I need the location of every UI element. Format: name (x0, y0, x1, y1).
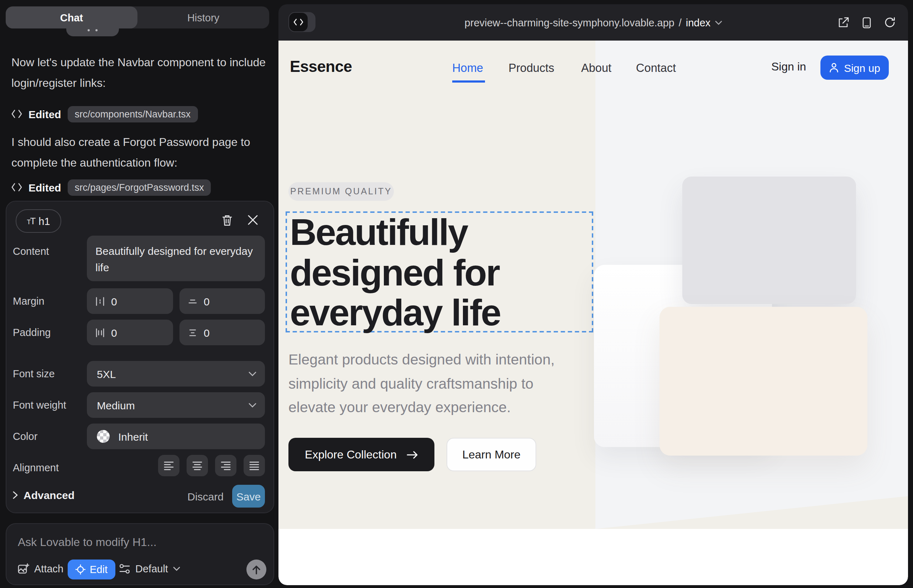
site-logo[interactable]: Essence (290, 58, 352, 76)
hero-paragraph-line: simplicity and quality craftsmanship to (288, 371, 555, 395)
padding-y-value: 0 (204, 326, 210, 339)
font-size-label: Font size (13, 368, 55, 380)
save-button[interactable]: Save (232, 485, 265, 507)
color-value: Inherit (118, 430, 148, 443)
chrome-actions (838, 4, 895, 40)
hero-heading[interactable]: Beautifully designed for everyday life (290, 212, 500, 333)
font-size-value: 5XL (97, 368, 116, 380)
hero-card-beige (659, 307, 868, 456)
align-justify-icon (249, 461, 259, 470)
element-inspector-panel: TT h1 Content Beautifully designed for e… (6, 201, 274, 513)
preview-browser: preview--charming-site-symphony.lovable.… (278, 4, 908, 585)
content-textarea[interactable]: Beautifully designed for everyday life (87, 236, 265, 281)
edited-file-row[interactable]: Edited src/components/Navbar.tsx (11, 105, 197, 123)
nav-link-products[interactable]: Products (508, 61, 554, 75)
chat-input[interactable]: Ask Lovable to modify H1... (18, 536, 157, 549)
target-icon (76, 564, 86, 575)
padding-vertical-icon (188, 328, 197, 337)
hero-heading-line: Beautifully (290, 212, 500, 252)
preview-url: preview--charming-site-symphony.lovable.… (465, 17, 674, 28)
mode-select[interactable]: Default (119, 563, 180, 575)
refresh-icon[interactable] (884, 17, 895, 28)
align-left-button[interactable] (158, 455, 180, 476)
explore-collection-button[interactable]: Explore Collection (288, 438, 434, 471)
element-tag-label: h1 (39, 215, 50, 227)
discard-button[interactable]: Discard (187, 491, 223, 502)
font-weight-label: Font weight (13, 399, 66, 411)
attach-label: Attach (34, 563, 63, 575)
chevron-down-icon (173, 567, 180, 571)
dot-icon (96, 29, 97, 31)
color-field[interactable]: Inherit (87, 423, 265, 449)
margin-horizontal-icon (96, 297, 105, 306)
delete-element-button[interactable] (219, 212, 236, 228)
explore-collection-label: Explore Collection (305, 448, 397, 461)
alignment-label: Alignment (13, 462, 59, 473)
mode-label: Default (135, 563, 168, 575)
tab-chat[interactable]: Chat (6, 6, 138, 29)
margin-x-value: 0 (111, 295, 117, 307)
advanced-toggle[interactable]: Advanced (13, 489, 74, 501)
chevron-down-icon (249, 402, 256, 407)
padding-horizontal-icon (96, 328, 105, 337)
file-path-chip[interactable]: src/pages/ForgotPassword.tsx (68, 179, 211, 195)
close-icon[interactable] (244, 212, 261, 228)
hero-card-gray (682, 176, 856, 304)
url-separator: / (679, 17, 682, 28)
align-right-icon (221, 461, 231, 470)
advanced-label: Advanced (24, 489, 74, 501)
learn-more-button[interactable]: Learn More (447, 438, 536, 471)
selected-element-tag[interactable]: TT h1 (16, 209, 61, 233)
padding-y-input[interactable]: 0 (180, 320, 265, 345)
font-weight-value: Medium (97, 399, 135, 411)
panel-tabs: Chat History (6, 6, 269, 29)
margin-y-input[interactable]: 0 (180, 288, 265, 314)
font-size-select[interactable]: 5XL (87, 361, 265, 386)
font-weight-select[interactable]: Medium (87, 392, 265, 418)
page-name: index (686, 17, 711, 28)
edit-label: Edit (90, 564, 108, 575)
hero-paragraph-line: Elegant products designed with intention… (288, 347, 555, 371)
content-label: Content (13, 246, 49, 257)
align-right-button[interactable] (215, 455, 236, 476)
tab-chat-label: Chat (60, 12, 83, 23)
external-link-icon[interactable] (838, 17, 849, 28)
nav-link-about[interactable]: About (581, 61, 611, 75)
attach-button[interactable]: Attach (18, 563, 63, 575)
edited-label: Edited (29, 108, 61, 120)
edited-file-row[interactable]: Edited src/pages/ForgotPassword.tsx (11, 178, 211, 197)
url-bar[interactable]: preview--charming-site-symphony.lovable.… (278, 4, 908, 40)
padding-x-value: 0 (111, 326, 117, 339)
sign-up-button[interactable]: Sign up (821, 55, 889, 80)
padding-x-input[interactable]: 0 (87, 320, 173, 345)
send-button[interactable] (246, 559, 266, 580)
active-nav-underline (452, 81, 485, 82)
mobile-icon[interactable] (863, 17, 871, 28)
color-label: Color (13, 431, 37, 442)
nav-link-contact[interactable]: Contact (636, 61, 676, 75)
learn-more-label: Learn More (462, 448, 521, 461)
margin-y-value: 0 (204, 295, 210, 307)
tab-history[interactable]: History (138, 6, 269, 29)
hero-paragraph-line: elevate your everyday experience. (288, 395, 555, 419)
nav-link-home[interactable]: Home (452, 61, 483, 75)
hero-heading-line: everyday life (290, 292, 500, 333)
chevron-right-icon (13, 491, 18, 499)
hero-heading-line: designed for (290, 252, 500, 292)
code-icon (11, 110, 22, 118)
edit-mode-button[interactable]: Edit (68, 559, 115, 580)
dot-icon (87, 29, 90, 31)
align-justify-button[interactable] (244, 455, 265, 476)
sign-in-link[interactable]: Sign in (771, 60, 806, 73)
margin-vertical-icon (188, 297, 197, 306)
app-window: Chat History Now let's update the Navbar… (0, 0, 913, 588)
chevron-down-icon (715, 20, 722, 24)
margin-x-input[interactable]: 0 (87, 288, 173, 314)
margin-label: Margin (13, 296, 45, 307)
tab-history-label: History (187, 12, 219, 23)
typography-icon: TT (27, 216, 35, 226)
file-path-chip[interactable]: src/components/Navbar.tsx (68, 106, 198, 122)
chat-composer[interactable]: Ask Lovable to modify H1... Attach Edit … (6, 523, 274, 585)
align-center-button[interactable] (186, 455, 208, 476)
transparent-swatch-icon (97, 430, 110, 443)
